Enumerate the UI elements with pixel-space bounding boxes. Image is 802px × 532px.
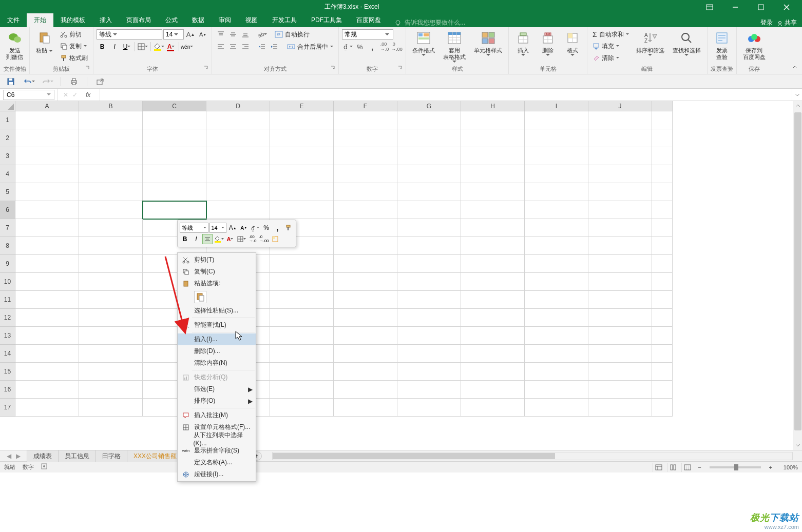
tab-review[interactable]: 审阅 [212, 13, 238, 27]
qat-share-button[interactable] [94, 76, 106, 87]
cell[interactable] [206, 129, 270, 147]
cell[interactable] [397, 129, 461, 147]
cell[interactable] [206, 183, 270, 201]
clear-button[interactable]: 清除 [590, 52, 631, 64]
cell[interactable] [334, 381, 397, 399]
increase-indent-button[interactable] [269, 41, 280, 52]
paste-option-button[interactable] [194, 291, 206, 303]
mini-percent-button[interactable]: % [261, 223, 272, 233]
cell[interactable] [270, 291, 334, 309]
cell[interactable] [15, 309, 79, 327]
find-select-button[interactable]: 查找和选择 [670, 29, 704, 57]
cell[interactable] [397, 291, 461, 309]
cell[interactable] [15, 345, 79, 363]
cell[interactable] [525, 129, 588, 147]
cell[interactable] [334, 219, 397, 237]
cell[interactable] [588, 201, 652, 219]
zoom-in-button[interactable]: + [767, 464, 774, 470]
cell[interactable] [334, 399, 397, 417]
tab-templates[interactable]: 我的模板 [53, 13, 92, 27]
cell[interactable] [15, 291, 79, 309]
accounting-format-button[interactable]: ₫ [342, 41, 353, 52]
name-box[interactable]: C6 [3, 90, 54, 100]
row-header[interactable]: 12 [0, 309, 15, 327]
zoom-out-button[interactable]: − [696, 464, 703, 470]
fill-button[interactable]: 填充 [590, 41, 631, 52]
cell[interactable] [79, 381, 143, 399]
cell-styles-button[interactable]: 单元格样式 [471, 29, 505, 57]
zoom-level[interactable]: 100% [777, 464, 798, 470]
collapse-ribbon-button[interactable] [792, 64, 798, 72]
cell[interactable] [206, 201, 270, 219]
mini-font-color-button[interactable]: A [225, 234, 235, 244]
menu-paste-special[interactable]: 选择性粘贴(S)... [178, 305, 256, 317]
cell[interactable] [397, 345, 461, 363]
tab-formulas[interactable]: 公式 [158, 13, 185, 27]
cell[interactable] [397, 165, 461, 183]
cell[interactable] [397, 309, 461, 327]
cell[interactable] [270, 165, 334, 183]
decrease-decimal-button[interactable]: .0→.00 [391, 41, 403, 52]
menu-sort[interactable]: 排序(O)▶ [178, 395, 256, 407]
cell[interactable] [588, 273, 652, 291]
cell[interactable] [588, 147, 652, 165]
cell[interactable] [525, 381, 588, 399]
mini-format-painter-button[interactable] [283, 223, 294, 233]
column-header[interactable]: A [15, 101, 79, 111]
column-header[interactable]: B [79, 101, 143, 111]
cell[interactable] [15, 129, 79, 147]
enter-formula-button[interactable]: ✓ [72, 91, 78, 98]
align-left-button[interactable] [215, 41, 226, 52]
cell[interactable] [79, 237, 143, 255]
cell[interactable] [79, 255, 143, 273]
tab-pdf-tools[interactable]: PDF工具集 [304, 13, 349, 27]
cell[interactable] [461, 255, 525, 273]
cell[interactable] [525, 327, 588, 345]
cell[interactable] [397, 147, 461, 165]
mini-font-size-combo[interactable]: 14 [209, 223, 227, 233]
mini-italic-button[interactable]: I [191, 234, 201, 244]
column-header[interactable]: D [206, 101, 270, 111]
mini-accounting-button[interactable]: ₫ [250, 223, 260, 233]
cell[interactable] [525, 111, 588, 129]
cell[interactable] [15, 111, 79, 129]
cell[interactable] [270, 201, 334, 219]
format-cells-button[interactable]: 格式 [561, 29, 584, 57]
menu-cut[interactable]: 剪切(T) [178, 254, 256, 266]
cell[interactable] [397, 273, 461, 291]
column-header[interactable]: G [397, 101, 461, 111]
orientation-button[interactable]: ab [256, 29, 268, 40]
qat-redo-button[interactable] [42, 76, 53, 87]
cell[interactable] [143, 111, 206, 129]
insert-function-button[interactable]: fx [82, 91, 94, 98]
cell[interactable] [525, 165, 588, 183]
menu-pick-from-list[interactable]: 从下拉列表中选择(K)... [178, 433, 256, 445]
sheet-nav-prev-button[interactable]: ◀ [4, 451, 13, 461]
conditional-format-button[interactable]: 条件格式 [409, 29, 438, 57]
save-baidu-button[interactable]: 保存到 百度网盘 [740, 29, 769, 62]
qat-print-button[interactable] [68, 76, 80, 87]
mini-comma-button[interactable]: , [272, 223, 282, 233]
cell[interactable] [79, 129, 143, 147]
font-size-combo[interactable]: 14 [163, 29, 184, 40]
select-all-button[interactable] [0, 101, 15, 111]
cell[interactable] [270, 363, 334, 381]
menu-filter[interactable]: 筛选(E)▶ [178, 383, 256, 395]
cell[interactable] [397, 183, 461, 201]
cell[interactable] [206, 111, 270, 129]
page-layout-view-button[interactable] [667, 463, 678, 472]
formula-input[interactable] [100, 90, 792, 100]
cell[interactable] [143, 165, 206, 183]
row-header[interactable]: 9 [0, 255, 15, 273]
sort-filter-button[interactable]: AZ排序和筛选 [633, 29, 667, 57]
menu-clear-contents[interactable]: 清除内容(N) [178, 357, 256, 369]
cell[interactable] [461, 183, 525, 201]
share-button[interactable]: 共享 [777, 18, 797, 27]
cell[interactable] [588, 309, 652, 327]
dialog-launcher-icon[interactable] [85, 65, 90, 70]
cancel-formula-button[interactable]: ✕ [63, 91, 68, 98]
cell[interactable] [270, 273, 334, 291]
align-bottom-button[interactable] [240, 29, 251, 40]
align-top-button[interactable] [215, 29, 226, 40]
tab-baidu[interactable]: 百度网盘 [349, 13, 388, 27]
